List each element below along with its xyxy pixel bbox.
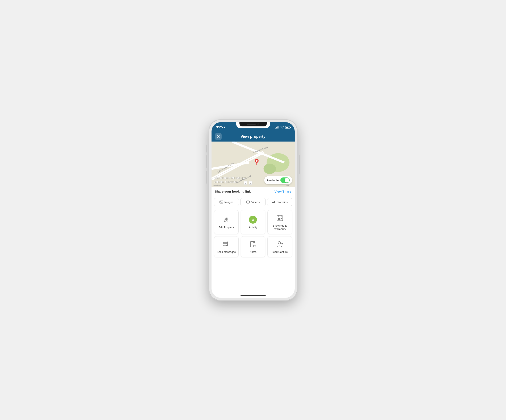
send-messages-icon xyxy=(222,240,230,248)
showings-icon xyxy=(276,214,284,222)
page-title: View property xyxy=(222,134,285,139)
svg-rect-37 xyxy=(279,218,280,219)
toggle-knob xyxy=(285,178,289,182)
svg-point-53 xyxy=(278,241,281,244)
lead-capture-label: Lead Capture xyxy=(272,250,288,254)
toggle-switch[interactable] xyxy=(280,177,290,183)
status-icons xyxy=(275,126,290,128)
activity-icon xyxy=(249,216,257,224)
svg-text:legal: legal xyxy=(286,185,289,186)
svg-point-28 xyxy=(226,218,227,220)
power-button[interactable] xyxy=(299,155,300,174)
tab-row: Images Videos Statistics xyxy=(212,196,295,208)
tab-statistics[interactable]: Statistics xyxy=(267,198,292,206)
toggle-label: Available xyxy=(267,179,279,182)
send-messages-tile[interactable]: Send messages xyxy=(214,236,239,257)
svg-rect-40 xyxy=(279,219,280,220)
address-line1: 766 Moores Mill Rd NW, xyxy=(214,176,246,180)
svg-point-31 xyxy=(253,219,254,220)
lead-capture-icon xyxy=(276,240,284,248)
svg-text:41: 41 xyxy=(250,182,251,184)
images-icon xyxy=(220,200,223,203)
close-button[interactable] xyxy=(215,133,222,140)
map-pin xyxy=(255,159,259,166)
view-share-link[interactable]: View/Share xyxy=(274,190,291,193)
notch xyxy=(240,122,267,127)
svg-rect-21 xyxy=(220,201,223,203)
svg-rect-36 xyxy=(278,218,279,219)
action-grid: Edit Property Activity xyxy=(212,208,295,259)
svg-point-19 xyxy=(256,160,258,162)
wifi-icon xyxy=(280,126,284,128)
svg-point-30 xyxy=(252,219,253,220)
notes-tile[interactable]: Notes xyxy=(241,236,265,257)
statistics-icon xyxy=(272,200,275,203)
svg-rect-23 xyxy=(246,201,249,203)
edit-property-label: Edit Property xyxy=(219,226,234,229)
close-icon xyxy=(217,135,220,138)
tab-images-label: Images xyxy=(225,200,233,204)
signal-icon xyxy=(275,126,279,128)
volume-down-button[interactable] xyxy=(206,171,207,184)
status-time: 9:25 xyxy=(216,125,226,129)
home-indicator xyxy=(240,295,266,296)
page-header: View property xyxy=(212,132,295,141)
svg-text:Apple Maps: Apple Maps xyxy=(213,184,221,186)
time-text: 9:25 xyxy=(216,125,223,129)
svg-point-4 xyxy=(263,164,276,174)
notch-area xyxy=(236,122,270,128)
activity-label: Activity xyxy=(249,226,257,229)
booking-bar: Share your booking link View/Share xyxy=(212,187,295,196)
edit-property-icon xyxy=(222,216,230,224)
showings-label: Showings &Availability xyxy=(273,224,287,231)
tab-videos-label: Videos xyxy=(251,200,260,204)
phone-frame: 9:25 xyxy=(209,120,297,300)
speaker xyxy=(247,124,256,125)
svg-rect-44 xyxy=(226,245,227,246)
edit-property-tile[interactable]: Edit Property xyxy=(214,210,239,234)
showings-tile[interactable]: Showings &Availability xyxy=(267,210,292,234)
activity-tile[interactable]: Activity xyxy=(241,210,265,234)
svg-rect-25 xyxy=(273,202,274,203)
map-address: 766 Moores Mill Rd NW, Atlanta, GA 30327 xyxy=(214,176,246,184)
notes-icon xyxy=(249,240,257,248)
svg-rect-39 xyxy=(278,219,279,220)
phone-screen: 9:25 xyxy=(212,122,295,298)
tab-videos[interactable]: Videos xyxy=(240,198,266,206)
lead-capture-tile[interactable]: Lead Capture xyxy=(267,236,292,257)
send-messages-label: Send messages xyxy=(217,250,236,254)
notes-label: Notes xyxy=(250,250,256,254)
location-arrow-icon xyxy=(224,126,226,128)
camera xyxy=(257,123,260,125)
mute-button[interactable] xyxy=(206,145,207,153)
booking-text: Share your booking link xyxy=(215,190,251,193)
map-area[interactable]: E Wood Valley Rd NW Moores Mill Rd NW Mo… xyxy=(212,141,295,187)
tab-statistics-label: Statistics xyxy=(277,200,287,204)
address-line2: Atlanta, GA 30327 xyxy=(214,180,246,184)
svg-rect-26 xyxy=(274,201,275,203)
svg-rect-38 xyxy=(281,218,282,219)
battery-icon xyxy=(285,126,290,128)
available-toggle-container[interactable]: Available xyxy=(264,176,292,184)
videos-icon xyxy=(246,200,250,203)
svg-rect-24 xyxy=(272,202,273,203)
volume-up-button[interactable] xyxy=(206,155,207,168)
tab-images[interactable]: Images xyxy=(214,198,239,206)
